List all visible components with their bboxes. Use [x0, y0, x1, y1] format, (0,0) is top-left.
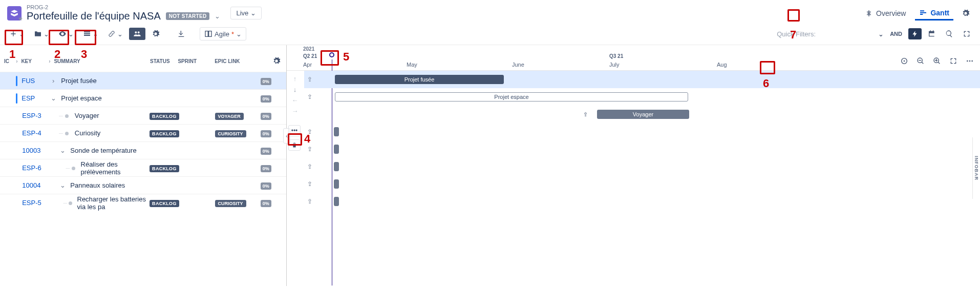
table-row[interactable]: 10004⌄Panneaux solaires0% [0, 176, 286, 194]
status-badge[interactable]: NOT STARTED [166, 12, 210, 20]
folder-icon [34, 30, 42, 38]
chevron-down-icon[interactable]: ⌄ [50, 94, 57, 102]
trash-icon [291, 142, 297, 148]
scroll-down-button[interactable]: ↓ [293, 86, 297, 93]
table-row[interactable]: ESP-5—Recharger les batteries via les pa… [0, 194, 286, 211]
agile-mode-button[interactable]: Agile * ⌄ [200, 27, 246, 40]
add-menu-button[interactable]: ⌄ [6, 28, 28, 40]
status-badge[interactable]: BACKLOG [150, 200, 179, 207]
chevron-down-icon[interactable]: ⌄ [215, 12, 220, 20]
gantt-bar-stub[interactable] [334, 145, 339, 154]
upload-icon[interactable]: ⇪ [307, 198, 312, 205]
expand-toolbar-button[interactable] [960, 28, 974, 40]
epic-link-badge[interactable]: VOYAGER [215, 113, 244, 120]
favorite-star-icon[interactable]: ★ [18, 15, 23, 22]
gantt-bar-espace[interactable]: Projet espace [335, 92, 688, 101]
gantt-row[interactable]: ⇪ Voyager [304, 106, 980, 123]
today-marker-dot[interactable] [329, 52, 334, 57]
gantt-bar-stub[interactable] [334, 179, 339, 189]
chevron-down-icon: ⌄ [117, 30, 123, 38]
gantt-row[interactable]: ⇪ [304, 193, 980, 210]
calendar-button[interactable] [925, 28, 939, 40]
upload-icon[interactable]: ⇪ [307, 163, 312, 170]
scroll-up-button[interactable]: ↑ [293, 75, 297, 83]
bolt-filter-button[interactable] [908, 28, 922, 39]
table-row[interactable]: ESP⌄Projet espace0% [0, 89, 286, 107]
fullscreen-button[interactable] [947, 54, 960, 67]
col-sprint[interactable]: SPRINT [178, 58, 215, 64]
hierarchy-icon [865, 9, 873, 17]
gantt-row[interactable]: ⇪ [304, 158, 980, 175]
folder-menu-button[interactable]: ⌄ [31, 28, 52, 40]
overview-tab[interactable]: Overview [861, 6, 910, 21]
chevron-down-icon[interactable]: ⌄ [59, 147, 66, 154]
gantt-bar-fusee[interactable]: Projet fusée [335, 75, 504, 84]
settings-button[interactable] [958, 7, 973, 19]
infobar-handle[interactable]: INFOBAR [972, 137, 980, 199]
leaf-bullet-icon [69, 201, 72, 205]
issue-key-link[interactable]: ESP-5 [22, 199, 41, 207]
chevron-right-icon[interactable]: › [50, 77, 57, 85]
gantt-bar-voyager[interactable]: Voyager [597, 110, 689, 119]
toolbar-gear-button[interactable] [148, 28, 163, 40]
upload-icon[interactable]: ⇪ [307, 146, 312, 153]
issue-key-link[interactable]: FUS [22, 77, 35, 85]
upload-icon[interactable]: ⇪ [307, 93, 312, 100]
gantt-bar-stub[interactable] [334, 197, 339, 206]
gantt-bar-stub[interactable] [334, 162, 339, 171]
focus-today-button[interactable] [898, 54, 910, 67]
link-menu-button[interactable]: ⌄ [104, 28, 126, 40]
quick-filters-input[interactable]: Quick Filters: [773, 30, 875, 38]
gantt-tab[interactable]: Gantt [915, 6, 953, 21]
search-button[interactable] [942, 28, 956, 40]
live-mode-button[interactable]: Live ⌄ [230, 7, 262, 19]
table-row[interactable]: ESP-3—VoyagerBACKLOGVOYAGER0% [0, 107, 286, 124]
col-key[interactable]: › KEY [16, 58, 49, 64]
more-gantt-button[interactable] [964, 54, 976, 67]
col-icon[interactable]: IC [4, 58, 16, 64]
row-delete-button[interactable] [288, 139, 301, 151]
gantt-row[interactable]: ⇪ Projet espace [304, 88, 980, 106]
row-more-button[interactable]: ••• [288, 125, 301, 136]
zoom-out-button[interactable] [914, 54, 927, 67]
upload-icon[interactable]: ⇪ [307, 76, 312, 83]
visibility-menu-button[interactable]: ⌄ [55, 28, 77, 40]
chevron-down-icon[interactable]: ⌄ [878, 30, 884, 38]
epic-link-badge[interactable]: CURIOSITY [215, 200, 246, 207]
issue-key-link[interactable]: ESP-6 [22, 164, 41, 172]
team-button[interactable] [129, 28, 145, 40]
upload-icon[interactable]: ⇪ [583, 111, 588, 118]
export-button[interactable] [174, 28, 188, 40]
issue-key-link[interactable]: ESP [22, 94, 35, 102]
upload-icon[interactable]: ⇪ [307, 128, 312, 135]
issue-key-link[interactable]: 10004 [22, 181, 40, 189]
status-badge[interactable]: BACKLOG [150, 113, 179, 120]
gantt-row[interactable]: ⇪ Projet fusée [304, 71, 980, 88]
table-row[interactable]: ESP-6—Réaliser des prélèvementsBACKLOG0% [0, 159, 286, 176]
issue-key-link[interactable]: ESP-3 [22, 112, 41, 119]
scroll-right-button[interactable]: → [292, 107, 299, 115]
status-badge[interactable]: BACKLOG [150, 130, 179, 137]
col-epic[interactable]: EPIC LINK [215, 58, 255, 64]
table-row[interactable]: ESP-4—CuriosityBACKLOGCURIOSITY0% [0, 124, 286, 141]
issue-key-link[interactable]: ESP-4 [22, 129, 41, 137]
zoom-in-button[interactable] [931, 54, 943, 67]
col-summary[interactable]: › SUMMARY [49, 58, 150, 64]
chevron-down-icon[interactable]: ⌄ [59, 181, 66, 189]
upload-icon[interactable]: ⇪ [307, 180, 312, 188]
layout-menu-button[interactable]: ⌄ [80, 28, 101, 40]
epic-link-badge[interactable]: CURIOSITY [215, 130, 246, 137]
gantt-row[interactable]: ⇪ [304, 123, 980, 140]
gantt-row[interactable]: ⇪ [304, 140, 980, 158]
and-toggle[interactable]: AND [887, 29, 905, 39]
status-badge[interactable]: BACKLOG [150, 165, 179, 172]
breadcrumb[interactable]: PROG-2 [27, 4, 220, 10]
issue-key-link[interactable]: 10003 [22, 147, 40, 154]
scroll-left-button[interactable]: ← [292, 96, 299, 104]
gantt-row[interactable]: ⇪ [304, 175, 980, 193]
table-columns-gear[interactable] [271, 57, 282, 65]
col-status[interactable]: STATUS [150, 58, 178, 64]
table-row[interactable]: FUS›Projet fusée0% [0, 72, 286, 89]
gantt-bar-stub[interactable] [334, 127, 339, 136]
table-row[interactable]: 10003⌄Sonde de température0% [0, 141, 286, 159]
